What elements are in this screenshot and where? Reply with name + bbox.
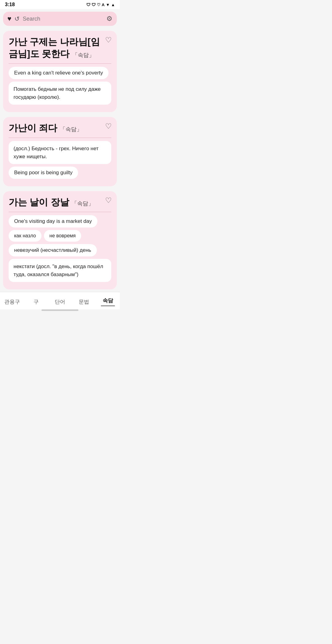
favorites-icon[interactable]: ♥ <box>7 15 11 23</box>
nav-item-단어[interactable]: 단어 <box>48 297 72 306</box>
card-2-tag: 「속담」 <box>60 126 82 132</box>
home-indicator <box>42 309 78 311</box>
signal-icon: ▲ <box>111 2 115 7</box>
nav-item-속담[interactable]: 속담 <box>96 296 120 307</box>
status-time: 3:18 <box>5 2 15 7</box>
profile-icon: ♡ <box>97 2 101 7</box>
favorite-button-2[interactable]: ♡ <box>105 122 112 131</box>
card-3-translation-en: One's visiting day is a market day <box>9 215 97 227</box>
card-poverty-king: ♡ 가난 구제는 나라님[임금님]도 못한다 「속담」 Even a king … <box>3 31 117 112</box>
favorite-button-3[interactable]: ♡ <box>105 196 112 205</box>
card-3-pill-1: как назло <box>9 230 42 242</box>
status-bar: 3:18 🛡 🛡 ♡ A ▼ ▲ <box>0 0 120 9</box>
search-header: ♥ ↺ ⚙ <box>3 12 117 26</box>
font-icon: A <box>102 2 105 7</box>
card-1-translation-ru: Помогать бедным не под силу даже государ… <box>9 82 111 105</box>
status-icons: 🛡 🛡 ♡ A ▼ ▲ <box>86 2 115 7</box>
nav-item-구[interactable]: 구 <box>24 297 48 306</box>
shield-icon-2: 🛡 <box>92 2 96 7</box>
settings-icon[interactable]: ⚙ <box>106 15 113 23</box>
history-icon[interactable]: ↺ <box>14 15 20 22</box>
card-3-tag: 「속담」 <box>72 200 94 207</box>
card-3-translation-ru2: невезучий (несчастливый) день <box>9 244 97 256</box>
card-3-pill-2: не вовремя <box>44 230 81 242</box>
bottom-nav: 관용구 구 단어 문법 속담 <box>0 292 120 309</box>
nav-item-문법[interactable]: 문법 <box>72 297 96 306</box>
nav-item-관용구[interactable]: 관용구 <box>0 297 24 306</box>
wifi-icon: ▼ <box>106 2 110 7</box>
card-2-title: 가난이 죄다 「속담」 <box>9 122 111 134</box>
card-1-tag: 「속담」 <box>72 52 94 58</box>
card-market-day: ♡ 가는 날이 장날 「속담」 One's visiting day is a … <box>3 191 117 289</box>
card-3-translation-ru3: некстати (досл. "в день, когда пошёл туд… <box>9 259 111 282</box>
card-2-translation-en: Being poor is being guilty <box>9 167 78 179</box>
card-1-title: 가난 구제는 나라님[임금님]도 못한다 「속담」 <box>9 36 111 60</box>
shield-icon-1: 🛡 <box>86 2 90 7</box>
card-3-pills-row: как назло не вовремя <box>9 230 111 242</box>
search-input[interactable] <box>23 16 103 22</box>
favorite-button-1[interactable]: ♡ <box>105 36 112 44</box>
card-poverty-sin: ♡ 가난이 죄다 「속담」 (досл.) Бедность - грех. Н… <box>3 117 117 186</box>
card-2-translation-ru: (досл.) Бедность - грех. Ничего нет хуже… <box>9 141 111 164</box>
card-1-translation-en: Even a king can't relieve one's poverty <box>9 67 109 79</box>
card-3-title: 가는 날이 장날 「속담」 <box>9 196 111 208</box>
